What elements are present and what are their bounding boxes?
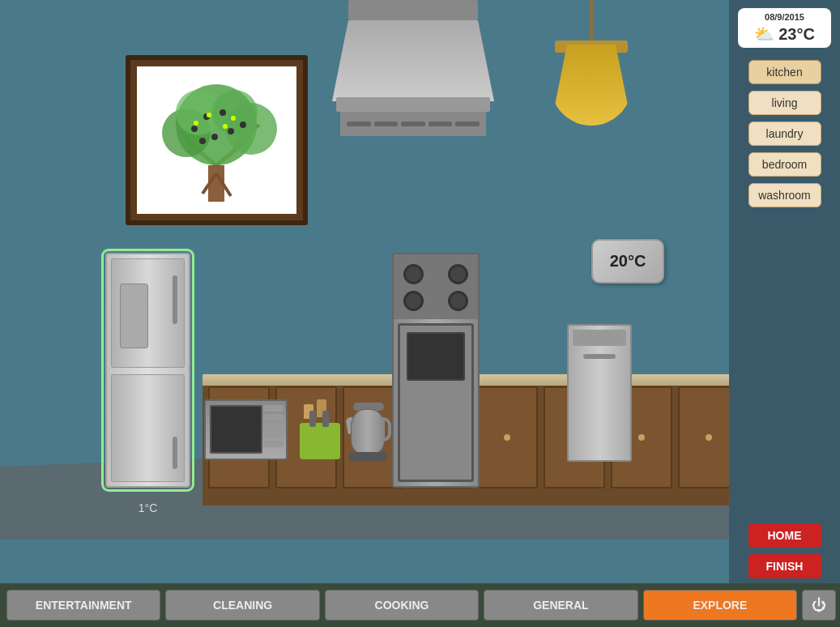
svg-point-18 [228,128,234,134]
svg-point-12 [212,90,258,135]
svg-point-19 [199,138,206,144]
nav-cleaning[interactable]: CLEANING [165,590,319,621]
laundry-label: laundry [766,127,804,140]
tree-painting [138,68,296,212]
home-button[interactable]: HOME [748,523,821,548]
nav-cooking[interactable]: COOKING [325,590,479,621]
toaster-body [300,423,340,459]
nav-explore[interactable]: EXPLORE [643,590,797,621]
stove-top [394,254,478,319]
hood-vent [340,112,486,136]
logout-icon: ⏻ [812,597,826,614]
weather-content: ⛅ 23°C [744,24,825,44]
dishwasher-control-panel [573,330,626,346]
nav-general[interactable]: GENERAL [484,590,637,621]
burner-bottom-left [403,291,424,311]
stove-door [398,323,474,482]
living-label: living [772,96,798,109]
sidebar-item-bedroom[interactable]: bedroom [748,152,821,177]
burner-top-right [448,264,468,284]
room-temperature-display: 20°C [591,239,664,284]
fridge-dispenser [120,284,148,348]
svg-point-14 [220,109,226,116]
kettle-base [349,452,386,462]
hood-bottom [336,97,490,112]
hood-body [332,20,494,101]
wall-picture [126,55,308,225]
toaster[interactable] [296,409,344,459]
picture-content [137,66,296,214]
weather-icon: ⛅ [754,24,774,44]
bedroom-label: bedroom [762,158,807,171]
kitchen-label: kitchen [766,66,802,79]
fridge-handle-bottom [173,437,177,469]
microwave-window [210,405,262,454]
sidebar: 08/9/2015 ⛅ 23°C kitchen living laundry … [729,0,840,627]
weather-widget[interactable]: 08/9/2015 ⛅ 23°C [738,8,831,48]
microwave[interactable] [204,399,288,460]
washroom-label: washroom [758,189,811,202]
kettle[interactable] [347,397,391,462]
kitchen-scene: 20°C 1°C [0,0,729,583]
range-hood [332,0,494,134]
microwave-controls [263,405,284,454]
weather-temperature: 23°C [778,25,815,44]
burner-bottom-right [448,291,468,311]
weather-date: 08/9/2015 [744,12,825,22]
stove-window [407,332,465,381]
fridge-temperature: 1°C [139,501,158,514]
kettle-body [351,409,385,454]
sidebar-item-living[interactable]: living [748,91,821,115]
sidebar-item-washroom[interactable]: washroom [748,183,821,207]
refrigerator[interactable]: 1°C [105,253,190,488]
svg-point-17 [211,134,218,140]
cabinet-door-5[interactable] [477,386,539,488]
svg-point-21 [223,124,228,129]
finish-button[interactable]: FINISH [748,554,821,578]
stove[interactable] [392,253,480,488]
svg-point-20 [207,113,211,117]
fridge-handle-top [173,275,177,324]
dishwasher[interactable] [567,324,632,462]
fridge-door-bottom [111,374,185,482]
svg-point-23 [231,116,236,121]
svg-point-16 [240,122,246,128]
fridge-door-top [111,258,185,368]
dishwasher-handle [583,354,616,359]
room-temp-value: 20°C [610,252,646,271]
bottom-navigation: ENTERTAINMENT CLEANING COOKING GENERAL E… [0,583,840,627]
svg-point-22 [194,121,198,126]
svg-point-15 [191,126,198,132]
kettle-handle [382,417,391,441]
nav-entertainment[interactable]: ENTERTAINMENT [6,590,160,621]
sidebar-item-kitchen[interactable]: kitchen [748,60,821,84]
hood-top [348,0,478,20]
sidebar-item-laundry[interactable]: laundry [748,122,821,146]
burner-top-left [403,264,424,284]
logout-button[interactable]: ⏻ [802,590,836,621]
